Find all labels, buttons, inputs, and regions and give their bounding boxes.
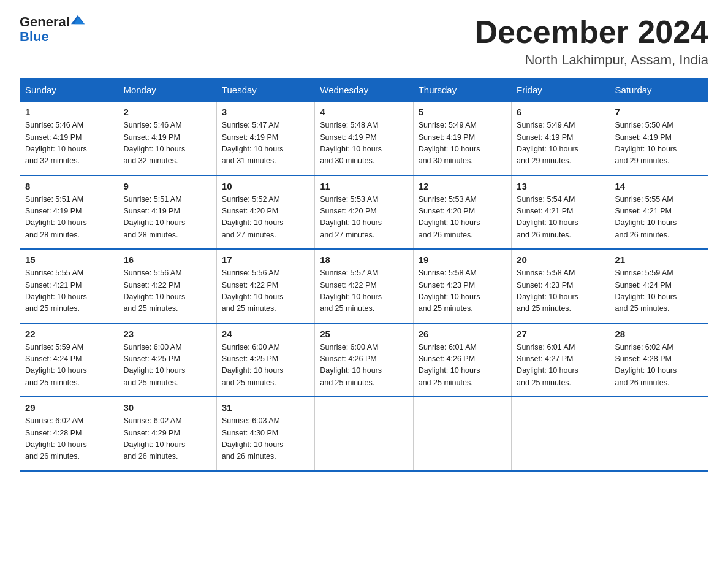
- day-info: Sunrise: 5:52 AM Sunset: 4:20 PM Dayligh…: [222, 194, 309, 242]
- day-number: 6: [517, 107, 604, 117]
- day-info: Sunrise: 6:02 AM Sunset: 4:28 PM Dayligh…: [615, 342, 703, 389]
- title-area: December 2024 North Lakhimpur, Assam, In…: [474, 15, 708, 68]
- day-number: 30: [123, 402, 211, 413]
- calendar-day-cell: 22Sunrise: 5:59 AM Sunset: 4:24 PM Dayli…: [20, 323, 118, 397]
- day-info: Sunrise: 5:49 AM Sunset: 4:19 PM Dayligh…: [517, 120, 604, 167]
- logo-blue: Blue: [20, 29, 49, 44]
- calendar-day-cell: 9Sunrise: 5:51 AM Sunset: 4:19 PM Daylig…: [118, 175, 216, 250]
- day-number: 15: [25, 255, 113, 265]
- calendar-week-row: 29Sunrise: 6:02 AM Sunset: 4:28 PM Dayli…: [20, 397, 708, 471]
- calendar-day-cell: 30Sunrise: 6:02 AM Sunset: 4:29 PM Dayli…: [118, 397, 216, 471]
- day-number: 18: [320, 255, 408, 265]
- month-year-title: December 2024: [474, 15, 708, 50]
- calendar-day-cell: 12Sunrise: 5:53 AM Sunset: 4:20 PM Dayli…: [413, 175, 511, 250]
- day-info: Sunrise: 5:59 AM Sunset: 4:24 PM Dayligh…: [25, 342, 113, 389]
- day-info: Sunrise: 5:48 AM Sunset: 4:19 PM Dayligh…: [320, 120, 408, 167]
- calendar-day-cell: 7Sunrise: 5:50 AM Sunset: 4:19 PM Daylig…: [610, 102, 708, 175]
- day-number: 14: [615, 181, 703, 191]
- day-info: Sunrise: 6:00 AM Sunset: 4:26 PM Dayligh…: [320, 342, 408, 389]
- day-info: Sunrise: 5:53 AM Sunset: 4:20 PM Dayligh…: [419, 194, 506, 242]
- day-info: Sunrise: 5:59 AM Sunset: 4:24 PM Dayligh…: [615, 267, 703, 315]
- page-header: General Blue December 2024 North Lakhimp…: [20, 15, 708, 68]
- day-number: 19: [419, 255, 506, 265]
- day-info: Sunrise: 5:47 AM Sunset: 4:19 PM Dayligh…: [222, 120, 309, 167]
- day-info: Sunrise: 5:57 AM Sunset: 4:22 PM Dayligh…: [320, 267, 408, 315]
- calendar-day-cell: 20Sunrise: 5:58 AM Sunset: 4:23 PM Dayli…: [512, 249, 610, 323]
- calendar-day-cell: 23Sunrise: 6:00 AM Sunset: 4:25 PM Dayli…: [118, 323, 216, 397]
- logo: General Blue: [20, 15, 85, 44]
- calendar-week-row: 15Sunrise: 5:55 AM Sunset: 4:21 PM Dayli…: [20, 249, 708, 323]
- day-info: Sunrise: 6:01 AM Sunset: 4:27 PM Dayligh…: [517, 342, 604, 389]
- day-info: Sunrise: 5:54 AM Sunset: 4:21 PM Dayligh…: [517, 194, 604, 242]
- calendar-day-cell: 6Sunrise: 5:49 AM Sunset: 4:19 PM Daylig…: [512, 102, 610, 175]
- day-info: Sunrise: 6:00 AM Sunset: 4:25 PM Dayligh…: [123, 342, 211, 389]
- day-info: Sunrise: 6:02 AM Sunset: 4:29 PM Dayligh…: [123, 415, 211, 463]
- day-number: 12: [419, 181, 506, 191]
- day-info: Sunrise: 5:49 AM Sunset: 4:19 PM Dayligh…: [419, 120, 506, 167]
- calendar-week-row: 1Sunrise: 5:46 AM Sunset: 4:19 PM Daylig…: [20, 102, 708, 175]
- day-number: 7: [615, 107, 703, 117]
- day-info: Sunrise: 5:53 AM Sunset: 4:20 PM Dayligh…: [320, 194, 408, 242]
- header-day-sunday: Sunday: [20, 79, 118, 102]
- day-number: 9: [123, 181, 211, 191]
- calendar-day-cell: 27Sunrise: 6:01 AM Sunset: 4:27 PM Dayli…: [512, 323, 610, 397]
- calendar-day-cell: 10Sunrise: 5:52 AM Sunset: 4:20 PM Dayli…: [216, 175, 314, 250]
- calendar-day-cell: 8Sunrise: 5:51 AM Sunset: 4:19 PM Daylig…: [20, 175, 118, 250]
- day-info: Sunrise: 5:46 AM Sunset: 4:19 PM Dayligh…: [123, 120, 211, 167]
- day-number: 4: [320, 107, 408, 117]
- calendar-day-cell: 25Sunrise: 6:00 AM Sunset: 4:26 PM Dayli…: [315, 323, 413, 397]
- calendar-day-cell: 1Sunrise: 5:46 AM Sunset: 4:19 PM Daylig…: [20, 102, 118, 175]
- calendar-day-cell: 17Sunrise: 5:56 AM Sunset: 4:22 PM Dayli…: [216, 249, 314, 323]
- day-info: Sunrise: 6:00 AM Sunset: 4:25 PM Dayligh…: [222, 342, 309, 389]
- day-number: 28: [615, 329, 703, 339]
- day-info: Sunrise: 5:51 AM Sunset: 4:19 PM Dayligh…: [123, 194, 211, 242]
- day-info: Sunrise: 5:50 AM Sunset: 4:19 PM Dayligh…: [615, 120, 703, 167]
- calendar-day-cell: 11Sunrise: 5:53 AM Sunset: 4:20 PM Dayli…: [315, 175, 413, 250]
- calendar-day-cell: 19Sunrise: 5:58 AM Sunset: 4:23 PM Dayli…: [413, 249, 511, 323]
- calendar-day-cell: 3Sunrise: 5:47 AM Sunset: 4:19 PM Daylig…: [216, 102, 314, 175]
- calendar-day-cell: 28Sunrise: 6:02 AM Sunset: 4:28 PM Dayli…: [610, 323, 708, 397]
- calendar-day-cell: [315, 397, 413, 471]
- day-number: 23: [123, 329, 211, 339]
- day-info: Sunrise: 5:51 AM Sunset: 4:19 PM Dayligh…: [25, 194, 113, 242]
- day-number: 16: [123, 255, 211, 265]
- day-number: 8: [25, 181, 113, 191]
- day-number: 20: [517, 255, 604, 265]
- logo-icon: [71, 13, 85, 26]
- calendar-day-cell: 18Sunrise: 5:57 AM Sunset: 4:22 PM Dayli…: [315, 249, 413, 323]
- day-number: 27: [517, 329, 604, 339]
- calendar-day-cell: 15Sunrise: 5:55 AM Sunset: 4:21 PM Dayli…: [20, 249, 118, 323]
- day-info: Sunrise: 5:58 AM Sunset: 4:23 PM Dayligh…: [517, 267, 604, 315]
- day-number: 2: [123, 107, 211, 117]
- day-info: Sunrise: 5:56 AM Sunset: 4:22 PM Dayligh…: [123, 267, 211, 315]
- header-day-friday: Friday: [512, 79, 610, 102]
- day-number: 11: [320, 181, 408, 191]
- day-info: Sunrise: 5:55 AM Sunset: 4:21 PM Dayligh…: [615, 194, 703, 242]
- header-day-tuesday: Tuesday: [216, 79, 314, 102]
- day-info: Sunrise: 6:01 AM Sunset: 4:26 PM Dayligh…: [419, 342, 506, 389]
- calendar-day-cell: [610, 397, 708, 471]
- day-info: Sunrise: 5:55 AM Sunset: 4:21 PM Dayligh…: [25, 267, 113, 315]
- day-info: Sunrise: 5:46 AM Sunset: 4:19 PM Dayligh…: [25, 120, 113, 167]
- header-day-monday: Monday: [118, 79, 216, 102]
- day-info: Sunrise: 5:56 AM Sunset: 4:22 PM Dayligh…: [222, 267, 309, 315]
- calendar-day-cell: 24Sunrise: 6:00 AM Sunset: 4:25 PM Dayli…: [216, 323, 314, 397]
- day-number: 29: [25, 402, 113, 413]
- day-number: 10: [222, 181, 309, 191]
- calendar-day-cell: [413, 397, 511, 471]
- day-number: 25: [320, 329, 408, 339]
- day-number: 3: [222, 107, 309, 117]
- calendar-week-row: 8Sunrise: 5:51 AM Sunset: 4:19 PM Daylig…: [20, 175, 708, 250]
- calendar-day-cell: 26Sunrise: 6:01 AM Sunset: 4:26 PM Dayli…: [413, 323, 511, 397]
- calendar-day-cell: [512, 397, 610, 471]
- day-number: 13: [517, 181, 604, 191]
- calendar-day-cell: 29Sunrise: 6:02 AM Sunset: 4:28 PM Dayli…: [20, 397, 118, 471]
- calendar-day-cell: 16Sunrise: 5:56 AM Sunset: 4:22 PM Dayli…: [118, 249, 216, 323]
- day-number: 21: [615, 255, 703, 265]
- calendar-table: SundayMondayTuesdayWednesdayThursdayFrid…: [20, 78, 708, 472]
- header-day-saturday: Saturday: [610, 79, 708, 102]
- day-info: Sunrise: 6:02 AM Sunset: 4:28 PM Dayligh…: [25, 415, 113, 463]
- calendar-day-cell: 4Sunrise: 5:48 AM Sunset: 4:19 PM Daylig…: [315, 102, 413, 175]
- day-number: 22: [25, 329, 113, 339]
- calendar-day-cell: 31Sunrise: 6:03 AM Sunset: 4:30 PM Dayli…: [216, 397, 314, 471]
